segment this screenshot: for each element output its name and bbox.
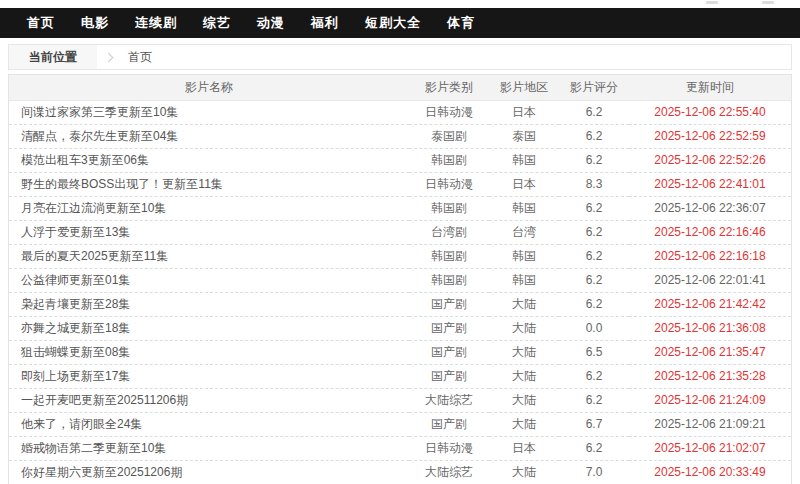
movie-title-link[interactable]: 他来了，请闭眼全24集 [21,417,142,431]
movie-title-link[interactable]: 婚戒物语第二季更新至10集 [21,441,166,455]
movie-region-cell: 日本 [489,436,559,460]
movie-category-cell: 国产剧 [409,292,489,316]
movie-name-cell: 间谍过家家第三季更新至10集 [9,100,409,124]
movie-category-cell: 台湾剧 [409,220,489,244]
breadcrumb-home-link[interactable]: 首页 [128,49,152,66]
update-time-cell: 2025-12-06 21:35:28 [629,364,791,388]
update-time-cell: 2025-12-06 21:24:09 [629,388,791,412]
movie-name-cell: 亦舞之城更新至18集 [9,316,409,340]
table-row: 月亮在江边流淌更新至10集 韩国剧 韩国 6.2 2025-12-06 22:3… [9,196,791,220]
movie-rating-cell: 6.2 [559,196,629,220]
nav-item[interactable]: 综艺 [190,8,244,38]
movie-title-link[interactable]: 即刻上场更新至17集 [21,369,130,383]
nav-item[interactable]: 首页 [14,8,68,38]
movie-name-cell: 野生的最终BOSS出现了！更新至11集 [9,172,409,196]
table-row: 模范出租车3更新至06集 韩国剧 韩国 6.2 2025-12-06 22:52… [9,148,791,172]
nav-item[interactable]: 电影 [68,8,122,38]
movie-region-cell: 大陆 [489,292,559,316]
movie-rating-cell: 6.7 [559,412,629,436]
movie-title-link[interactable]: 清醒点，泰尔先生更新至04集 [21,129,178,143]
movie-title-link[interactable]: 枭起青壤更新至28集 [21,297,130,311]
movie-rating-cell: 6.2 [559,292,629,316]
movie-table: 影片名称 影片类别 影片地区 影片评分 更新时间 间谍过家家第三季更新至10集 … [9,75,791,484]
movie-rating-cell: 6.2 [559,100,629,124]
update-time-cell: 2025-12-06 22:01:41 [629,268,791,292]
movie-rating-cell: 6.2 [559,244,629,268]
movie-region-cell: 台湾 [489,220,559,244]
breadcrumb-label: 当前位置 [9,45,97,69]
movie-category-cell: 韩国剧 [409,268,489,292]
movie-category-cell: 泰国剧 [409,124,489,148]
movie-title-link[interactable]: 一起开麦吧更新至202511206期 [21,393,188,407]
movie-region-cell: 日本 [489,172,559,196]
movie-category-cell: 大陆综艺 [409,388,489,412]
table-row: 一起开麦吧更新至202511206期 大陆综艺 大陆 6.2 2025-12-0… [9,388,791,412]
movie-title-link[interactable]: 公益律师更新至01集 [21,273,130,287]
header-movie-category: 影片类别 [409,75,489,100]
movie-name-cell: 狙击蝴蝶更新至08集 [9,340,409,364]
movie-table-body: 间谍过家家第三季更新至10集 日韩动漫 日本 6.2 2025-12-06 22… [9,100,791,484]
movie-name-cell: 最后的夏天2025更新至11集 [9,244,409,268]
movie-region-cell: 日本 [489,100,559,124]
movie-category-cell: 国产剧 [409,412,489,436]
table-row: 野生的最终BOSS出现了！更新至11集 日韩动漫 日本 8.3 2025-12-… [9,172,791,196]
update-time-cell: 2025-12-06 22:52:59 [629,124,791,148]
nav-item[interactable]: 福利 [298,8,352,38]
movie-rating-cell: 6.2 [559,124,629,148]
movie-name-cell: 一起开麦吧更新至202511206期 [9,388,409,412]
movie-category-cell: 大陆综艺 [409,460,489,484]
update-time-cell: 2025-12-06 21:35:47 [629,340,791,364]
movie-region-cell: 大陆 [489,460,559,484]
movie-category-cell: 日韩动漫 [409,100,489,124]
table-row: 人浮于爱更新至13集 台湾剧 台湾 6.2 2025-12-06 22:16:4… [9,220,791,244]
top-strip [0,0,800,8]
movie-rating-cell: 6.2 [559,388,629,412]
movie-title-link[interactable]: 月亮在江边流淌更新至10集 [21,201,166,215]
movie-title-link[interactable]: 亦舞之城更新至18集 [21,321,130,335]
movie-region-cell: 泰国 [489,124,559,148]
table-row: 你好星期六更新至20251206期 大陆综艺 大陆 7.0 2025-12-06… [9,460,791,484]
cutoff-text-remnant [706,1,718,4]
table-row: 间谍过家家第三季更新至10集 日韩动漫 日本 6.2 2025-12-06 22… [9,100,791,124]
movie-region-cell: 大陆 [489,340,559,364]
movie-rating-cell: 6.5 [559,340,629,364]
nav-item[interactable]: 体育 [434,8,488,38]
chevron-right-icon [104,52,114,62]
table-row: 他来了，请闭眼全24集 国产剧 大陆 6.7 2025-12-06 21:09:… [9,412,791,436]
update-time-cell: 2025-12-06 22:41:01 [629,172,791,196]
movie-rating-cell: 8.3 [559,172,629,196]
movie-category-cell: 国产剧 [409,340,489,364]
movie-name-cell: 婚戒物语第二季更新至10集 [9,436,409,460]
nav-item[interactable]: 动漫 [244,8,298,38]
movie-title-link[interactable]: 你好星期六更新至20251206期 [21,465,182,479]
movie-category-cell: 韩国剧 [409,148,489,172]
movie-category-cell: 国产剧 [409,364,489,388]
table-header-row: 影片名称 影片类别 影片地区 影片评分 更新时间 [9,75,791,100]
update-time-cell: 2025-12-06 22:36:07 [629,196,791,220]
nav-item[interactable]: 短剧大全 [352,8,434,38]
movie-category-cell: 韩国剧 [409,244,489,268]
movie-category-cell: 韩国剧 [409,196,489,220]
movie-title-link[interactable]: 最后的夏天2025更新至11集 [21,249,168,263]
movie-title-link[interactable]: 野生的最终BOSS出现了！更新至11集 [21,177,223,191]
movie-title-link[interactable]: 人浮于爱更新至13集 [21,225,130,239]
movie-title-link[interactable]: 间谍过家家第三季更新至10集 [21,105,178,119]
table-row: 公益律师更新至01集 韩国剧 韩国 6.2 2025-12-06 22:01:4… [9,268,791,292]
movie-rating-cell: 0.0 [559,316,629,340]
table-row: 枭起青壤更新至28集 国产剧 大陆 6.2 2025-12-06 21:42:4… [9,292,791,316]
movie-title-link[interactable]: 狙击蝴蝶更新至08集 [21,345,130,359]
movie-region-cell: 韩国 [489,148,559,172]
movie-name-cell: 模范出租车3更新至06集 [9,148,409,172]
movie-name-cell: 枭起青壤更新至28集 [9,292,409,316]
update-time-cell: 2025-12-06 21:09:21 [629,412,791,436]
nav-item[interactable]: 连续剧 [122,8,190,38]
table-row: 婚戒物语第二季更新至10集 日韩动漫 日本 6.2 2025-12-06 21:… [9,436,791,460]
header-movie-region: 影片地区 [489,75,559,100]
movie-name-cell: 人浮于爱更新至13集 [9,220,409,244]
movie-region-cell: 大陆 [489,388,559,412]
movie-rating-cell: 7.0 [559,460,629,484]
movie-region-cell: 大陆 [489,364,559,388]
update-time-cell: 2025-12-06 21:42:42 [629,292,791,316]
table-row: 清醒点，泰尔先生更新至04集 泰国剧 泰国 6.2 2025-12-06 22:… [9,124,791,148]
movie-title-link[interactable]: 模范出租车3更新至06集 [21,153,149,167]
